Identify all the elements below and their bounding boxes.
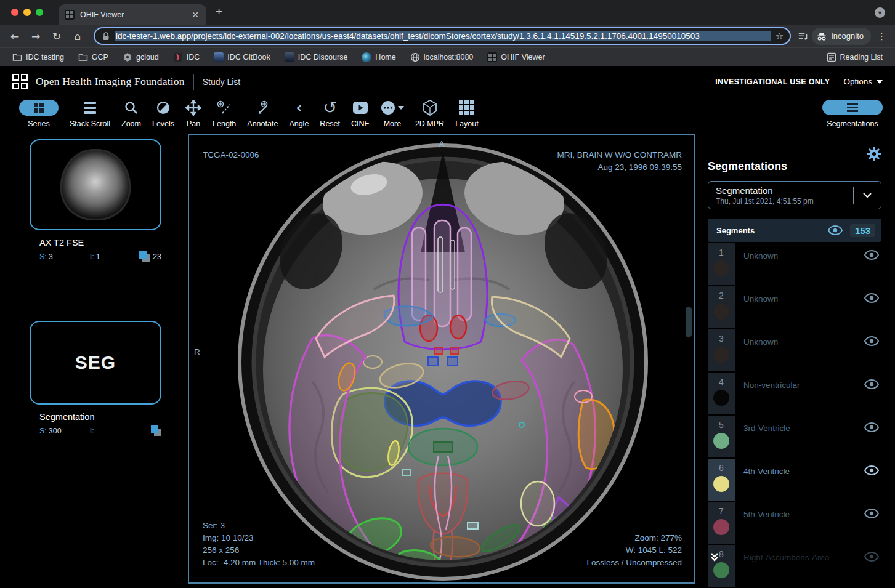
tool-segmentations[interactable]: Segmentations <box>822 99 885 128</box>
image-info-overlay: Ser: 3 Img: 10 10/23 256 x 256 Loc: -4.2… <box>203 520 315 569</box>
zoom-info-overlay: Zoom: 277% W: 1045 L: 522 Lossless / Unc… <box>586 532 682 569</box>
home-icon[interactable]: ⌂ <box>69 28 86 45</box>
tool-2d-mpr[interactable]: 2D MPR <box>410 99 450 128</box>
reading-list-button[interactable]: Reading List <box>823 52 887 62</box>
app-toolbar: Series Stack Scroll Zoom Levels Pan Leng… <box>0 97 895 134</box>
segment-row-4[interactable]: 4 Non-ventricular <box>708 373 881 414</box>
folder-icon <box>78 52 88 62</box>
tool-zoom[interactable]: Zoom <box>116 99 147 128</box>
angle-icon: ‹ <box>296 100 302 115</box>
segment-color-swatch <box>713 433 729 449</box>
tool-reset[interactable]: ↺ Reset <box>314 99 346 128</box>
tool-angle[interactable]: ‹ Angle <box>283 99 314 128</box>
active-viewport[interactable]: TCGA-02-0006 A R MRI, BRAIN W W/O CONTRA… <box>188 134 695 584</box>
series-thumbnail-ax-t2[interactable] <box>30 139 161 230</box>
stack-scroll-icon <box>84 102 96 114</box>
visibility-eye-icon[interactable] <box>864 552 879 562</box>
bookmark-idc[interactable]: IDC <box>169 52 204 62</box>
segment-color-swatch <box>713 260 729 276</box>
segment-row-7[interactable]: 7 5th-Ventricle <box>708 502 881 544</box>
visibility-eye-icon[interactable] <box>864 293 879 303</box>
tool-layout[interactable]: Layout <box>450 99 484 128</box>
segmentations-panel: Segmentations Segmentation Thu, Jul 1st … <box>695 134 894 588</box>
browser-menu-icon[interactable]: ⋮ <box>875 31 889 42</box>
bookmark-idc-discourse[interactable]: IDC Discourse <box>281 52 352 62</box>
segment-row-5[interactable]: 5 3rd-Ventricle <box>708 416 881 457</box>
brain-mri-image <box>189 135 694 582</box>
idc-icon <box>173 52 183 62</box>
bookmark-star-icon[interactable]: ☆ <box>776 31 784 42</box>
tool-pan[interactable]: Pan <box>180 99 207 128</box>
reload-icon[interactable]: ↻ <box>48 28 65 45</box>
ohif-logo[interactable] <box>12 74 28 89</box>
visibility-eye-icon[interactable] <box>864 422 879 432</box>
url-text[interactable]: idc-tester-1.web.app/projects/idc-extern… <box>115 31 771 41</box>
media-controls-icon[interactable] <box>798 31 808 41</box>
minimize-window-button[interactable] <box>23 9 31 16</box>
tool-cine[interactable]: CINE <box>346 99 375 128</box>
bookmarks-divider <box>816 52 816 63</box>
back-icon[interactable]: ← <box>6 28 23 45</box>
levels-contrast-icon <box>156 100 171 115</box>
segment-row-2[interactable]: 2 Unknown <box>708 286 881 328</box>
segment-row-3[interactable]: 3 Unknown <box>708 329 881 371</box>
tool-length[interactable]: Length <box>207 99 241 128</box>
orientation-marker-a: A <box>189 138 694 150</box>
bookmark-localhost[interactable]: localhost:8080 <box>407 52 477 62</box>
visibility-eye-icon[interactable] <box>864 250 879 260</box>
visibility-eye-icon[interactable] <box>864 509 879 518</box>
viewport-scrollbar[interactable] <box>686 307 692 337</box>
bookmark-idc-testing[interactable]: IDC testing <box>9 52 68 62</box>
series-thumbnail-image <box>60 149 131 220</box>
visibility-eye-icon[interactable] <box>864 379 879 389</box>
series-sidebar: AX T2 FSE S:3 I:1 23 SEG Segmentation S:… <box>0 134 188 588</box>
bookmark-ohif-viewer[interactable]: OHIF Viewer <box>484 52 548 62</box>
window-controls <box>11 9 43 16</box>
toggle-all-visibility-icon[interactable] <box>828 225 843 235</box>
header-divider <box>193 74 194 90</box>
segment-row-1[interactable]: 1 Unknown <box>708 243 881 285</box>
segments-list: 1 Unknown 2 Unknown 3 Unknown 4 Non-vent… <box>708 243 881 587</box>
study-list-link[interactable]: Study List <box>203 77 240 87</box>
close-window-button[interactable] <box>11 9 18 16</box>
new-tab-button[interactable]: + <box>216 6 222 17</box>
tool-annotate[interactable]: Annotate <box>241 99 283 128</box>
bookmark-home[interactable]: Home <box>358 52 399 62</box>
segments-count-badge: 153 <box>850 224 875 237</box>
more-caret-icon <box>398 106 404 110</box>
tool-series[interactable]: Series <box>14 99 64 128</box>
maximize-window-button[interactable] <box>36 9 43 16</box>
options-menu[interactable]: Options <box>843 77 883 86</box>
bookmark-gcp[interactable]: GCP <box>75 52 112 62</box>
forward-icon[interactable]: → <box>27 28 44 45</box>
series-thumbnail-seg[interactable]: SEG <box>30 321 161 405</box>
address-bar[interactable]: idc-tester-1.web.app/projects/idc-extern… <box>94 27 791 45</box>
home-favicon <box>362 52 371 62</box>
bookmark-idc-gitbook[interactable]: IDC GitBook <box>210 52 273 62</box>
instances-stack-icon <box>151 425 161 436</box>
gear-icon[interactable] <box>867 147 881 161</box>
series-title: AX T2 FSE <box>39 238 188 248</box>
mpr-cube-icon <box>423 100 437 116</box>
tool-stack-scroll[interactable]: Stack Scroll <box>64 99 116 128</box>
chevron-down-icon <box>877 80 883 84</box>
visibility-eye-icon[interactable] <box>864 336 879 346</box>
incognito-icon <box>817 31 827 41</box>
segment-color-swatch <box>713 347 729 363</box>
chrome-chevron-icon[interactable]: ▼ <box>875 7 885 18</box>
segment-row-6[interactable]: 6 4th-Ventricle <box>708 459 881 501</box>
app-header: Open Health Imaging Foundation Study Lis… <box>0 66 895 97</box>
tab-close-icon[interactable]: ✕ <box>190 10 200 20</box>
visibility-eye-icon[interactable] <box>864 465 879 475</box>
tool-levels[interactable]: Levels <box>147 99 180 128</box>
segmentation-selector[interactable]: Segmentation Thu, Jul 1st 2021, 4:51:55 … <box>708 181 881 209</box>
browser-titlebar: OHIF Viewer ✕ + ▼ <box>0 0 895 25</box>
scroll-more-chevron-icon[interactable] <box>710 552 719 565</box>
tool-more[interactable]: More <box>375 99 410 128</box>
segment-row-8[interactable]: 8 Right-Accumbens-Area <box>708 545 881 587</box>
layout-grid-icon <box>459 100 474 115</box>
browser-tab[interactable]: OHIF Viewer ✕ <box>59 4 206 25</box>
chevron-down-icon[interactable] <box>854 193 881 198</box>
bookmark-gcloud[interactable]: gcloud <box>119 52 163 62</box>
segmentations-active-pill <box>822 100 883 115</box>
